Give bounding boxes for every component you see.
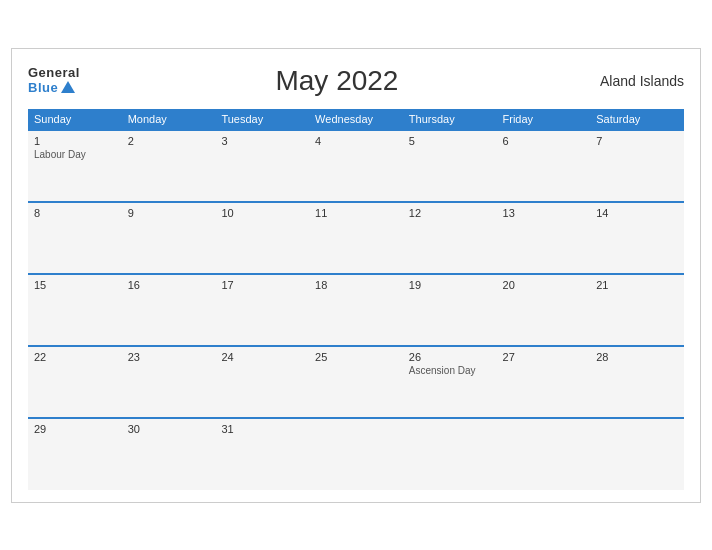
calendar-week-1: 891011121314 (28, 202, 684, 274)
calendar-cell: 15 (28, 274, 122, 346)
logo-triangle-icon (61, 81, 75, 93)
day-number: 7 (596, 135, 678, 147)
day-number: 28 (596, 351, 678, 363)
day-number: 1 (34, 135, 116, 147)
day-number: 22 (34, 351, 116, 363)
day-number: 27 (503, 351, 585, 363)
day-event: Ascension Day (409, 365, 491, 376)
day-number: 10 (221, 207, 303, 219)
day-number: 17 (221, 279, 303, 291)
day-number: 12 (409, 207, 491, 219)
day-number: 14 (596, 207, 678, 219)
calendar-cell: 26Ascension Day (403, 346, 497, 418)
calendar-thead: SundayMondayTuesdayWednesdayThursdayFrid… (28, 109, 684, 130)
calendar-cell: 6 (497, 130, 591, 202)
calendar-cell: 11 (309, 202, 403, 274)
day-number: 24 (221, 351, 303, 363)
day-number: 31 (221, 423, 303, 435)
calendar-cell: 21 (590, 274, 684, 346)
day-number: 8 (34, 207, 116, 219)
calendar-cell: 2 (122, 130, 216, 202)
weekday-header-row: SundayMondayTuesdayWednesdayThursdayFrid… (28, 109, 684, 130)
calendar-cell: 1Labour Day (28, 130, 122, 202)
day-number: 3 (221, 135, 303, 147)
weekday-header-sunday: Sunday (28, 109, 122, 130)
calendar-cell: 7 (590, 130, 684, 202)
calendar-tbody: 1Labour Day23456789101112131415161718192… (28, 130, 684, 490)
calendar-cell (309, 418, 403, 490)
calendar-cell: 10 (215, 202, 309, 274)
calendar-cell: 20 (497, 274, 591, 346)
calendar-cell: 17 (215, 274, 309, 346)
day-number: 9 (128, 207, 210, 219)
calendar-cell: 30 (122, 418, 216, 490)
calendar-cell: 24 (215, 346, 309, 418)
weekday-header-wednesday: Wednesday (309, 109, 403, 130)
calendar-cell (403, 418, 497, 490)
calendar-cell: 12 (403, 202, 497, 274)
calendar-cell: 8 (28, 202, 122, 274)
calendar-week-2: 15161718192021 (28, 274, 684, 346)
day-number: 4 (315, 135, 397, 147)
calendar-week-4: 293031 (28, 418, 684, 490)
calendar-wrapper: General Blue May 2022 Aland Islands Sund… (11, 48, 701, 503)
calendar-cell: 25 (309, 346, 403, 418)
calendar-title: May 2022 (80, 65, 594, 97)
calendar-cell: 18 (309, 274, 403, 346)
day-number: 26 (409, 351, 491, 363)
calendar-cell: 22 (28, 346, 122, 418)
day-number: 5 (409, 135, 491, 147)
logo: General Blue (28, 66, 80, 95)
day-number: 30 (128, 423, 210, 435)
calendar-cell: 4 (309, 130, 403, 202)
calendar-cell: 29 (28, 418, 122, 490)
weekday-header-monday: Monday (122, 109, 216, 130)
weekday-header-tuesday: Tuesday (215, 109, 309, 130)
day-number: 16 (128, 279, 210, 291)
day-number: 19 (409, 279, 491, 291)
calendar-cell: 3 (215, 130, 309, 202)
calendar-cell: 5 (403, 130, 497, 202)
day-number: 2 (128, 135, 210, 147)
calendar-cell: 9 (122, 202, 216, 274)
day-number: 21 (596, 279, 678, 291)
calendar-cell: 19 (403, 274, 497, 346)
calendar-header: General Blue May 2022 Aland Islands (28, 65, 684, 97)
day-event: Labour Day (34, 149, 116, 160)
calendar-week-0: 1Labour Day234567 (28, 130, 684, 202)
weekday-header-thursday: Thursday (403, 109, 497, 130)
calendar-cell: 31 (215, 418, 309, 490)
day-number: 20 (503, 279, 585, 291)
logo-general-text: General (28, 66, 80, 80)
calendar-cell: 14 (590, 202, 684, 274)
weekday-header-friday: Friday (497, 109, 591, 130)
calendar-cell: 27 (497, 346, 591, 418)
logo-blue-text: Blue (28, 81, 80, 95)
day-number: 23 (128, 351, 210, 363)
day-number: 11 (315, 207, 397, 219)
calendar-cell: 13 (497, 202, 591, 274)
calendar-cell: 28 (590, 346, 684, 418)
day-number: 15 (34, 279, 116, 291)
day-number: 29 (34, 423, 116, 435)
day-number: 13 (503, 207, 585, 219)
day-number: 18 (315, 279, 397, 291)
calendar-grid: SundayMondayTuesdayWednesdayThursdayFrid… (28, 109, 684, 490)
day-number: 25 (315, 351, 397, 363)
day-number: 6 (503, 135, 585, 147)
calendar-cell (497, 418, 591, 490)
calendar-cell: 23 (122, 346, 216, 418)
weekday-header-saturday: Saturday (590, 109, 684, 130)
calendar-week-3: 2223242526Ascension Day2728 (28, 346, 684, 418)
calendar-cell: 16 (122, 274, 216, 346)
calendar-region: Aland Islands (594, 73, 684, 89)
calendar-cell (590, 418, 684, 490)
